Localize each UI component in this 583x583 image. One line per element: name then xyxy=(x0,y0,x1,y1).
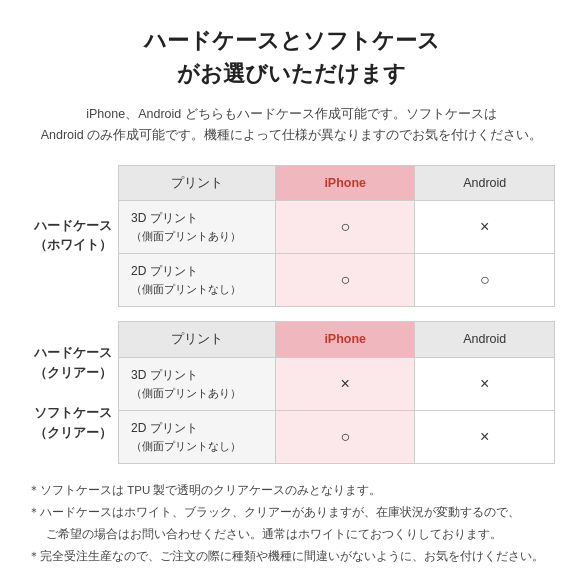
section2-row2-android: × xyxy=(415,411,555,464)
section-clear: ハードケース（クリアー）ソフトケース（クリアー） プリント iPhone And… xyxy=(28,321,555,464)
table-row: 2D プリント（側面プリントなし） ○ ○ xyxy=(119,254,555,307)
section1-row1-android: × xyxy=(415,201,555,254)
table-row: 2D プリント（側面プリントなし） ○ × xyxy=(119,411,555,464)
section2-row1-print: 3D プリント（側面プリントあり） xyxy=(119,358,276,411)
section2-row2-print: 2D プリント（側面プリントなし） xyxy=(119,411,276,464)
table-row: 3D プリント（側面プリントあり） × × xyxy=(119,358,555,411)
section1-row2-iphone: ○ xyxy=(275,254,415,307)
table-row: 3D プリント（側面プリントあり） ○ × xyxy=(119,201,555,254)
section1-row2-android: ○ xyxy=(415,254,555,307)
section2-header-print: プリント xyxy=(119,322,276,358)
section1-header-print: プリント xyxy=(119,165,276,201)
section2-header-android: Android xyxy=(415,322,555,358)
note-2: ＊ハードケースはホワイト、ブラック、クリアーがありますが、在庫状況が変動するので… xyxy=(28,502,555,546)
section2-table: プリント iPhone Android 3D プリント（側面プリントあり） × … xyxy=(118,321,555,464)
section1-header-android: Android xyxy=(415,165,555,201)
section2-row1-iphone: × xyxy=(275,358,415,411)
section1-label: ハードケース（ホワイト） xyxy=(28,165,118,308)
section1-header-iphone: iPhone xyxy=(275,165,415,201)
section2-table-wrap: プリント iPhone Android 3D プリント（側面プリントあり） × … xyxy=(118,321,555,464)
section1-table: プリント iPhone Android 3D プリント（側面プリントあり） ○ … xyxy=(118,165,555,308)
notes-section: ＊ソフトケースは TPU 製で透明のクリアケースのみとなります。 ＊ハードケース… xyxy=(28,480,555,567)
section1-table-wrap: プリント iPhone Android 3D プリント（側面プリントあり） ○ … xyxy=(118,165,555,308)
section1-row2-print: 2D プリント（側面プリントなし） xyxy=(119,254,276,307)
note-1: ＊ソフトケースは TPU 製で透明のクリアケースのみとなります。 xyxy=(28,480,555,502)
section2-label: ハードケース（クリアー）ソフトケース（クリアー） xyxy=(28,321,118,464)
section1-row1-iphone: ○ xyxy=(275,201,415,254)
section1-row1-print: 3D プリント（側面プリントあり） xyxy=(119,201,276,254)
note-3: ＊完全受注生産なので、ご注文の際に種類や機種に間違いがないように、お気を付けくだ… xyxy=(28,546,555,568)
subtitle: iPhone、Android どちらもハードケース作成可能です。ソフトケースは … xyxy=(28,104,555,147)
section2-row1-android: × xyxy=(415,358,555,411)
main-title: ハードケースとソフトケース がお選びいただけます xyxy=(28,24,555,90)
section2-header-iphone: iPhone xyxy=(275,322,415,358)
section2-row2-iphone: ○ xyxy=(275,411,415,464)
section-hard-white: ハードケース（ホワイト） プリント iPhone Android 3D プリント… xyxy=(28,165,555,308)
